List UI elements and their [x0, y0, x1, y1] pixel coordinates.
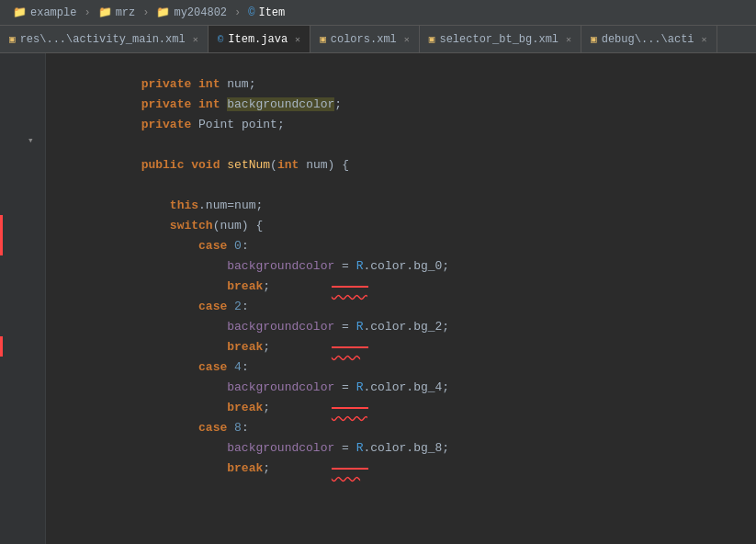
fold-icon-setnum[interactable]: ▾ [28, 134, 34, 146]
java-icon: © [248, 6, 254, 19]
code-line-10: backgroundcolor = R.color.bg_0; [46, 255, 756, 276]
breadcrumb-sep-3: › [234, 6, 241, 19]
code-line-20: break; [46, 458, 756, 478]
error-marker-2 [0, 336, 3, 357]
breadcrumb-item-example[interactable]: 📁 example [7, 0, 82, 25]
breadcrumb: 📁 example › 📁 mrz › 📁 my204802 › © Item [0, 0, 756, 26]
tab-colors-xml[interactable]: ▣ colors.xml ✕ [310, 26, 420, 52]
error-squiggle-4 [332, 466, 368, 470]
breadcrumb-item-mrz[interactable]: 📁 mrz [93, 0, 141, 25]
tab-bar: ▣ res\...\activity_main.xml ✕ © Item.jav… [0, 26, 756, 53]
tab-selector-xml[interactable]: ▣ selector_bt_bg.xml ✕ [420, 26, 581, 52]
breadcrumb-sep-2: › [142, 6, 149, 19]
close-tab-3[interactable]: ✕ [404, 34, 410, 45]
close-tab-5[interactable]: ✕ [702, 34, 707, 45]
breadcrumb-item-item[interactable]: © Item [243, 0, 290, 25]
editor-area: ▾ private int num; private int backgroun… [0, 53, 756, 544]
close-tab-1[interactable]: ✕ [193, 34, 198, 45]
xml-icon-4: ▣ [591, 33, 597, 45]
tab-item-java[interactable]: © Item.java ✕ [209, 26, 310, 52]
breadcrumb-item-my204802[interactable]: 📁 my204802 [151, 0, 232, 25]
gutter: ▾ [0, 53, 46, 544]
close-tab-4[interactable]: ✕ [566, 34, 571, 45]
code-line-5: public void setNum(int num) { [46, 154, 756, 175]
breadcrumb-sep-1: › [84, 6, 90, 19]
xml-icon-2: ▣ [320, 33, 326, 45]
folder-icon: 📁 [13, 6, 27, 19]
tab-activity-main[interactable]: ▣ res\...\activity_main.xml ✕ [0, 26, 209, 52]
tab-debug[interactable]: ▣ debug\...\acti ✕ [581, 26, 717, 52]
code-editor[interactable]: private int num; private int backgroundc… [46, 53, 756, 544]
folder-icon-3: 📁 [156, 6, 170, 19]
folder-icon-2: 📁 [98, 6, 112, 19]
xml-icon-1: ▣ [9, 33, 16, 45]
xml-icon-3: ▣ [429, 33, 435, 45]
close-tab-2[interactable]: ✕ [295, 34, 300, 45]
java-icon-tab: © [218, 34, 224, 45]
code-line-3: private Point point; [46, 114, 756, 134]
error-marker-1 [0, 215, 3, 255]
